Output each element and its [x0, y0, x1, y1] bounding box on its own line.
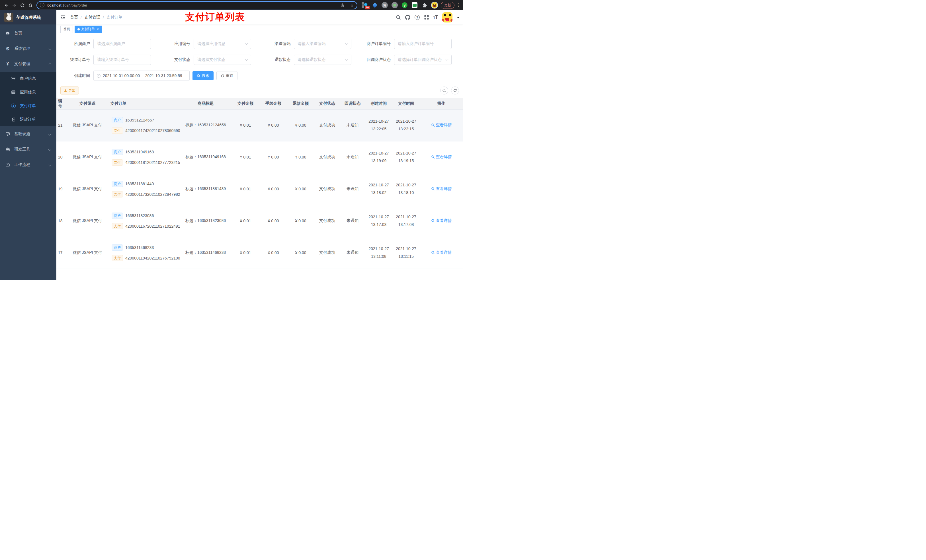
filter-select[interactable]: 请选择应用信息 — [194, 39, 251, 49]
font-size-icon[interactable]: TT — [433, 15, 438, 20]
help-icon[interactable]: ? — [415, 15, 420, 20]
sidebar-item-5[interactable]: 工作流程 — [0, 157, 56, 172]
column-header: 支付金额 — [231, 98, 260, 109]
info-icon[interactable]: i — [40, 3, 44, 8]
sidebar-subitem-0[interactable]: 商户信息 — [0, 72, 56, 85]
sidebar-item-1[interactable]: ⚙系统管理 — [0, 41, 56, 56]
sidebar-item-2[interactable]: ¥支付管理 — [0, 56, 56, 72]
filter-input[interactable]: 请选择所属商户 — [94, 39, 151, 49]
sidebar-subitem-1[interactable]: 应用信息 — [0, 85, 56, 99]
placeholder-text: 请输入商户订单编号 — [398, 41, 448, 46]
sidebar-item-4[interactable]: 研发工具 — [0, 142, 56, 157]
user-avatar[interactable] — [442, 12, 452, 23]
view-detail-link[interactable]: 查看详情 — [431, 123, 452, 128]
reload-icon[interactable] — [18, 1, 26, 9]
extensions-puzzle-icon[interactable] — [421, 2, 428, 9]
cell-pay-order: 商户1635311951796 — [109, 269, 180, 280]
tab-home[interactable]: 首页 — [61, 26, 73, 33]
date-range-picker[interactable]: 2021-10-01 00:00:00 - 2021-10-31 23:59:5… — [94, 71, 190, 81]
breadcrumb-separator: / — [103, 15, 104, 20]
view-detail-label: 查看详情 — [436, 250, 452, 255]
table-row: 21微信 JSAPI 支付商户1635312124657支付4200001174… — [56, 109, 463, 141]
date-separator: - — [142, 73, 143, 78]
chat-extension-icon[interactable] — [411, 2, 418, 9]
command-extension-icon[interactable]: ⌘ — [381, 2, 388, 9]
cell-fee: ¥ 0.00 — [260, 237, 287, 269]
cell-amount: ¥ 0.01 — [231, 109, 260, 141]
toggle-search-button[interactable] — [440, 86, 448, 95]
breadcrumb-home[interactable]: 首页 — [70, 15, 78, 20]
sidebar-item-label: 支付管理 — [14, 62, 30, 66]
hamburger-icon[interactable] — [56, 15, 70, 20]
sidebar-item-0[interactable]: 首页 — [0, 26, 56, 41]
filter-select[interactable]: 请选择订单回调商户状态 — [394, 54, 452, 65]
url-bar[interactable]: i localhost:1024/pay/order ☆ — [36, 1, 357, 9]
filter-label: 回调商户状态 — [360, 57, 394, 62]
breadcrumb: 首页 / 支付管理 / 支付订单 — [70, 15, 123, 20]
order-number: 1635311823086 — [125, 213, 154, 218]
filter-input[interactable]: 请输入渠道订单号 — [94, 54, 151, 65]
refresh-table-button[interactable] — [451, 86, 459, 95]
search-icon[interactable] — [396, 15, 401, 20]
cell-pay-order: 商户1635311468233支付42000011942021102767521… — [109, 237, 180, 269]
filter-select[interactable]: 请输入渠道编码 — [294, 39, 351, 49]
sidebar-subitem-3[interactable]: 退款订单 — [0, 113, 56, 126]
cell-action: 查看详情 — [420, 109, 463, 141]
view-detail-link[interactable]: 查看详情 — [431, 186, 452, 192]
cell-amount: ¥ 0.01 — [231, 205, 260, 237]
refund-icon — [11, 117, 16, 122]
filter-select[interactable]: 请选择退款状态 — [294, 54, 351, 65]
view-detail-link[interactable]: 查看详情 — [431, 218, 452, 223]
tab-pay-order[interactable]: 支付订单× — [75, 26, 101, 33]
github-icon[interactable] — [405, 15, 410, 20]
sidebar-subitem-2[interactable]: ¥支付订单 — [0, 99, 56, 113]
table-row: 19微信 JSAPI 支付商户1635311881440支付4200001173… — [56, 173, 463, 205]
share-icon[interactable] — [339, 2, 346, 9]
view-detail-link[interactable]: 查看详情 — [431, 250, 452, 255]
cell-title: 标题：1635311949168 — [180, 141, 231, 173]
filter-label: 支付状态 — [159, 57, 194, 62]
cell-create-time: 2021-10-27 13:11:08 — [365, 237, 392, 269]
cell-refund: ¥ 0.00 — [287, 173, 314, 205]
placeholder-text: 请选择应用信息 — [197, 41, 245, 46]
browser-toolbar: i localhost:1024/pay/order ☆ 10 ⌘ y 更新 ⋮ — [0, 0, 463, 10]
filter-select[interactable]: 请选择支付状态 — [194, 54, 251, 65]
y-extension-icon[interactable]: y — [401, 2, 408, 9]
workflow-extension-icon[interactable]: 10 — [362, 2, 368, 9]
filter-item-6: 退款状态请选择退款状态 — [260, 54, 360, 65]
placeholder-text: 请选择退款状态 — [298, 57, 346, 62]
forward-icon[interactable] — [10, 1, 18, 9]
back-icon[interactable] — [2, 1, 10, 9]
cell-action: 查看详情 — [420, 141, 463, 173]
browser-menu-icon[interactable]: ⋮ — [456, 3, 461, 8]
filter-input[interactable]: 请输入商户订单编号 — [394, 39, 452, 49]
kite-extension-icon[interactable] — [371, 2, 378, 9]
caret-down-icon[interactable] — [457, 17, 460, 20]
export-button[interactable]: 导出 — [61, 86, 79, 95]
table-toolbar: 导出 — [61, 86, 459, 95]
bookmark-star-icon[interactable]: ☆ — [348, 2, 356, 9]
profile-avatar-icon[interactable] — [431, 2, 438, 9]
chevron-down-icon — [48, 148, 51, 151]
logo-image — [4, 13, 14, 22]
toolbox-icon — [5, 147, 10, 152]
placeholder-text: 请输入渠道订单号 — [97, 57, 147, 62]
recorder-extension-icon[interactable] — [391, 2, 398, 9]
cell-pay-status: 支付成功 — [314, 141, 340, 173]
fullscreen-icon[interactable] — [424, 15, 429, 20]
search-label: 搜索 — [202, 73, 209, 78]
sidebar-item-3[interactable]: 基础设施 — [0, 126, 56, 142]
navbar: 首页 / 支付管理 / 支付订单 支付订单列表 ? TT — [56, 10, 463, 24]
close-tab-icon[interactable]: × — [97, 27, 99, 31]
column-header: 手续金额 — [260, 98, 287, 109]
home-icon[interactable] — [26, 1, 34, 9]
view-detail-link[interactable]: 查看详情 — [431, 154, 452, 160]
update-button[interactable]: 更新 — [441, 2, 454, 9]
cell-fee: ¥ 0.00 — [260, 205, 287, 237]
placeholder-text: 请选择所属商户 — [97, 41, 147, 46]
reset-button[interactable]: 重置 — [216, 71, 238, 80]
breadcrumb-pay-manage[interactable]: 支付管理 — [84, 15, 100, 20]
search-button[interactable]: 搜索 — [192, 71, 213, 80]
filter-item-2: 渠道编码请输入渠道编码 — [260, 39, 360, 49]
url-text: localhost:1024/pay/order — [47, 3, 336, 8]
